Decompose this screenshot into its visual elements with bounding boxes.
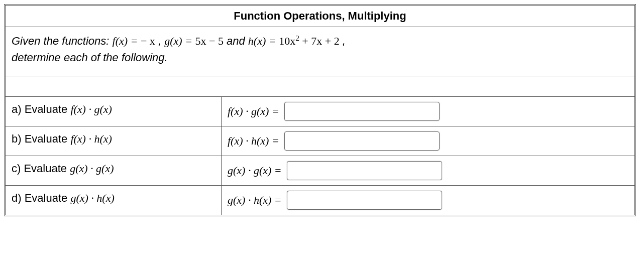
row-c-expr: g(x) · g(x) bbox=[70, 162, 114, 175]
row-d-eq: g(x) · h(x) = bbox=[228, 194, 282, 207]
row-c-label: c) Evaluate g(x) · g(x) bbox=[6, 156, 222, 185]
f-rhs: − x bbox=[141, 35, 155, 47]
problem-box: Function Operations, Multiplying Given t… bbox=[4, 4, 636, 216]
mid-and: and bbox=[227, 35, 248, 47]
row-b: b) Evaluate f(x) · h(x) f(x) · h(x) = bbox=[6, 126, 634, 156]
g-lhs: g(x) = bbox=[164, 35, 195, 47]
row-b-prefix: b) Evaluate bbox=[12, 132, 70, 145]
row-a-expr: f(x) · g(x) bbox=[70, 103, 112, 115]
row-b-eq: f(x) · h(x) = bbox=[228, 134, 279, 148]
row-b-expr: f(x) · h(x) bbox=[70, 132, 112, 145]
instructions: Given the functions: f(x) = − x , g(x) =… bbox=[6, 27, 634, 76]
row-c-prefix: c) Evaluate bbox=[12, 162, 70, 175]
title: Function Operations, Multiplying bbox=[6, 6, 634, 27]
row-a-label: a) Evaluate f(x) · g(x) bbox=[6, 97, 222, 126]
row-c-input[interactable] bbox=[287, 161, 442, 180]
sep1: , bbox=[158, 35, 164, 47]
row-d-prefix: d) Evaluate bbox=[12, 192, 70, 204]
row-c-eq: g(x) · g(x) = bbox=[228, 164, 282, 177]
instructions-lead: Given the functions: bbox=[12, 35, 113, 47]
row-d-input[interactable] bbox=[287, 191, 442, 210]
row-a: a) Evaluate f(x) · g(x) f(x) · g(x) = bbox=[6, 97, 634, 126]
row-d: d) Evaluate g(x) · h(x) g(x) · h(x) = bbox=[6, 186, 634, 215]
row-d-label: d) Evaluate g(x) · h(x) bbox=[6, 186, 222, 215]
spacer-row bbox=[6, 76, 634, 97]
row-a-prefix: a) Evaluate bbox=[12, 103, 70, 115]
row-a-input[interactable] bbox=[284, 102, 440, 121]
g-rhs: 5x − 5 bbox=[195, 35, 223, 47]
row-c: c) Evaluate g(x) · g(x) g(x) · g(x) = bbox=[6, 156, 634, 186]
h-rhs-a: 10x bbox=[279, 35, 295, 47]
h-rhs-b: + 7x + 2 bbox=[299, 35, 340, 47]
h-lhs: h(x) = bbox=[248, 35, 279, 47]
row-b-input[interactable] bbox=[284, 131, 440, 151]
row-a-eq: f(x) · g(x) = bbox=[228, 105, 279, 118]
instructions-line2: determine each of the following. bbox=[12, 51, 168, 64]
row-d-expr: g(x) · h(x) bbox=[70, 192, 114, 204]
f-lhs: f(x) = bbox=[113, 35, 141, 47]
row-b-label: b) Evaluate f(x) · h(x) bbox=[6, 126, 222, 156]
trail-comma: , bbox=[343, 35, 346, 47]
h-rhs-exp: 2 bbox=[295, 34, 299, 42]
